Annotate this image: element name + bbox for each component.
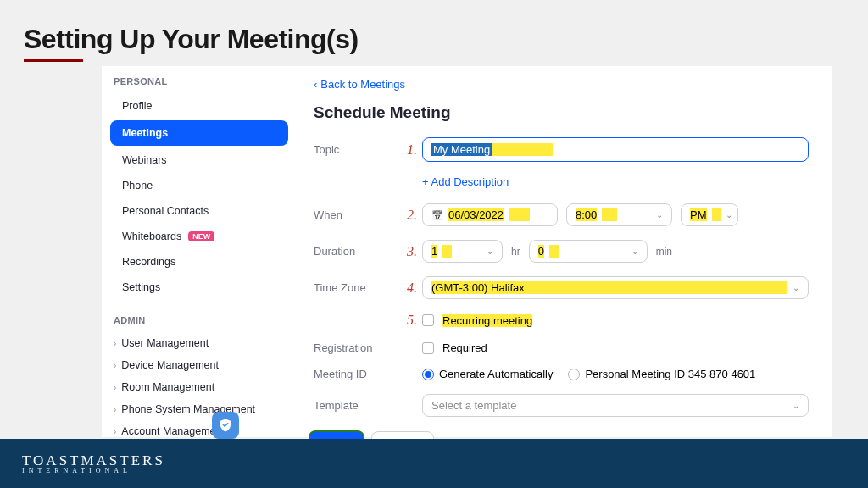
meeting-id-auto-radio[interactable]	[422, 369, 434, 380]
sidebar-item-device-management[interactable]: ›Device Management	[102, 354, 297, 376]
sidebar-item-profile[interactable]: Profile	[102, 93, 297, 119]
chevron-right-icon: ›	[114, 339, 116, 348]
chevron-down-icon: ⌄	[487, 247, 493, 256]
slide-title: Setting Up Your Meeting(s)	[24, 24, 359, 55]
label-meeting-id: Meeting ID	[314, 368, 398, 380]
sidebar-item-whiteboards[interactable]: WhiteboardsNEW	[102, 224, 297, 249]
chevron-left-icon: ‹	[314, 78, 317, 91]
sidebar-item-recordings[interactable]: Recordings	[102, 249, 297, 274]
add-description-link[interactable]: + Add Description	[422, 175, 809, 188]
toastmasters-logo: TOASTMASTERS INTERNATIONAL	[22, 453, 165, 474]
meeting-id-personal-radio[interactable]	[568, 369, 580, 380]
annotation-2: 2.	[398, 208, 422, 223]
duration-min-input[interactable]: 0 ⌄	[529, 240, 648, 263]
calendar-icon	[431, 208, 443, 221]
annotation-1: 1.	[398, 142, 422, 158]
topic-input[interactable]: My Meeting	[422, 137, 809, 162]
annotation-4: 4.	[398, 280, 422, 296]
time-input[interactable]: 8:00 ⌄	[566, 203, 672, 226]
label-duration: Duration	[314, 245, 398, 258]
label-template: Template	[314, 399, 398, 412]
sidebar-item-phone-system-management[interactable]: ›Phone System Management	[102, 398, 297, 420]
back-to-meetings-link[interactable]: ‹Back to Meetings	[314, 78, 405, 91]
sidebar-item-user-management[interactable]: ›User Management	[102, 332, 297, 354]
template-select[interactable]: Select a template⌄	[422, 394, 809, 417]
hr-label: hr	[511, 246, 520, 258]
title-underline	[24, 59, 83, 62]
sidebar: PERSONAL Profile Meetings Webinars Phone…	[102, 66, 297, 437]
annotation-5: 5.	[398, 313, 422, 328]
sidebar-personal-header: PERSONAL	[102, 73, 297, 93]
main-content: ‹Back to Meetings Schedule Meeting Topic…	[297, 66, 832, 437]
duration-hr-input[interactable]: 1 ⌄	[422, 240, 503, 263]
chevron-right-icon: ›	[114, 361, 116, 370]
chevron-right-icon: ›	[114, 427, 116, 436]
meeting-id-personal-label: Personal Meeting ID 345 870 4601	[585, 368, 755, 380]
registration-required-label: Required	[442, 341, 487, 354]
chevron-right-icon: ›	[114, 405, 116, 414]
recurring-checkbox[interactable]	[422, 314, 434, 326]
sidebar-item-personal-contacts[interactable]: Personal Contacts	[102, 198, 297, 224]
chevron-down-icon: ⌄	[726, 210, 732, 219]
app-panel: PERSONAL Profile Meetings Webinars Phone…	[102, 66, 832, 437]
recurring-label: Recurring meeting	[442, 314, 532, 327]
sidebar-admin-header: ADMIN	[102, 312, 297, 332]
min-label: min	[656, 246, 672, 258]
sidebar-item-phone[interactable]: Phone	[102, 173, 297, 198]
ampm-input[interactable]: PM ⌄	[681, 203, 738, 226]
date-input[interactable]: 06/03/2022	[422, 203, 558, 226]
sidebar-item-meetings[interactable]: Meetings	[110, 120, 288, 146]
chevron-down-icon: ⌄	[793, 283, 799, 292]
footer-bar: TOASTMASTERS INTERNATIONAL	[0, 439, 868, 488]
label-registration: Registration	[314, 341, 398, 354]
label-when: When	[314, 208, 398, 221]
page-title: Schedule Meeting	[314, 103, 809, 122]
chevron-right-icon: ›	[114, 383, 116, 392]
shield-icon[interactable]	[212, 412, 239, 439]
registration-required-checkbox[interactable]	[422, 342, 434, 354]
meeting-id-auto-label: Generate Automatically	[439, 368, 553, 380]
annotation-3: 3.	[398, 244, 422, 259]
new-badge: NEW	[188, 231, 214, 241]
sidebar-item-room-management[interactable]: ›Room Management	[102, 376, 297, 398]
sidebar-item-webinars[interactable]: Webinars	[102, 147, 297, 173]
chevron-down-icon: ⌄	[793, 401, 799, 410]
chevron-down-icon: ⌄	[632, 247, 638, 256]
chevron-down-icon: ⌄	[656, 210, 663, 219]
label-timezone: Time Zone	[314, 281, 398, 294]
label-topic: Topic	[314, 143, 398, 156]
sidebar-item-settings[interactable]: Settings	[102, 274, 297, 300]
timezone-select[interactable]: (GMT-3:00) Halifax⌄	[422, 276, 809, 299]
